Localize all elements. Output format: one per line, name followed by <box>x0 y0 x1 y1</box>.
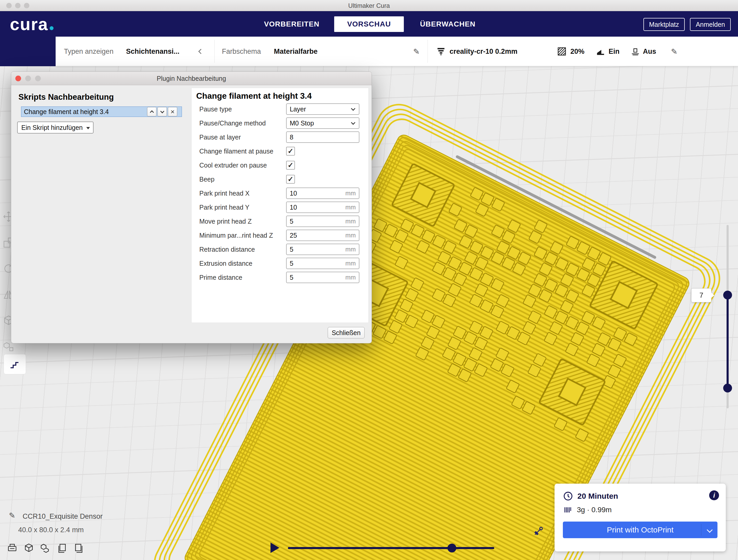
prime-distance-label: Prime distance <box>192 274 286 281</box>
cura-logo: cura <box>10 14 53 34</box>
tab-ueberwachen[interactable]: ÜBERWACHEN <box>418 16 478 32</box>
color-scheme-label: Farbschema <box>222 47 261 55</box>
edit-settings-pencil-icon[interactable]: ✎ <box>671 47 678 56</box>
unit-label: mm <box>345 218 359 225</box>
chevron-down-icon <box>351 120 355 125</box>
infill-value: 20% <box>571 47 585 55</box>
change-filament-at-pause-label: Change filament at pause <box>192 147 286 155</box>
tab-vorbereiten[interactable]: VORBEREITEN <box>260 16 324 32</box>
park-print-head-y-value: 10 <box>287 204 345 211</box>
object-cube-icon[interactable] <box>23 543 34 554</box>
move-script-up-button[interactable] <box>147 107 156 116</box>
checkmark-icon: ✓ <box>288 162 294 169</box>
rename-pencil-icon[interactable]: ✎ <box>9 511 15 520</box>
pause-change-method-select[interactable]: M0 Stop <box>286 117 359 129</box>
park-print-head-x-value: 10 <box>287 189 345 197</box>
cool-extruder-on-pause-checkbox[interactable]: ✓ <box>286 161 295 170</box>
setting-row: Move print head Z5mm <box>192 214 368 228</box>
pause-at-layer-input[interactable]: 8 <box>286 131 359 143</box>
script-settings-panel: Change filament at height 3.4 Pause type… <box>191 88 369 323</box>
add-script-button[interactable]: Ein Skript hinzufügen <box>17 121 93 133</box>
minimize-icon[interactable] <box>25 76 31 81</box>
setting-row: Minimum par...rint head Z25mm <box>192 228 368 242</box>
minimum-par-rint-head-z-input[interactable]: 25mm <box>286 229 359 241</box>
unit-label: mm <box>345 204 359 211</box>
chevron-down-icon <box>160 109 164 113</box>
tab-vorschau[interactable]: VORSCHAU <box>334 16 404 32</box>
adhesion-icon <box>631 47 640 56</box>
layer-steps-button[interactable] <box>4 354 26 374</box>
object-group-icon[interactable] <box>40 543 51 554</box>
play-icon[interactable] <box>271 543 279 553</box>
window-title: Ultimaker Cura <box>0 0 738 11</box>
time-estimate: 20 Minuten <box>578 492 618 501</box>
path-slider-handle[interactable] <box>447 544 456 552</box>
layer-slider-range[interactable] <box>727 295 729 388</box>
park-print-head-y-input[interactable]: 10mm <box>286 201 359 213</box>
dialog-title: Plugin Nachbearbeitung <box>11 72 372 85</box>
setting-row: Prime distance5mm <box>192 270 368 285</box>
path-slider-track[interactable] <box>288 547 494 549</box>
chevron-left-icon[interactable] <box>198 49 204 54</box>
minimum-par-rint-head-z-value: 25 <box>287 232 345 239</box>
close-icon[interactable] <box>15 76 21 81</box>
park-print-head-y-label: Park print head Y <box>192 204 286 211</box>
chevron-down-icon <box>351 106 355 111</box>
scripts-heading: Skripts Nachbearbeitung <box>18 92 114 102</box>
move-print-head-z-value: 5 <box>287 218 345 225</box>
layer-steps-icon <box>9 359 21 369</box>
view-type-label: Typen anzeigen <box>64 47 113 55</box>
zoom-icon[interactable] <box>35 76 41 81</box>
tools-icon[interactable] <box>533 526 543 536</box>
clock-icon <box>563 491 573 501</box>
extrusion-distance-input[interactable]: 5mm <box>286 258 359 269</box>
print-with-octoprint-button[interactable]: Print with OctoPrint <box>563 522 717 538</box>
chevron-down-icon[interactable] <box>707 527 713 533</box>
park-print-head-x-input[interactable]: 10mm <box>286 187 359 199</box>
pause-at-layer-label: Pause at layer <box>192 133 286 141</box>
pause-at-layer-value: 8 <box>287 133 359 141</box>
setting-row: Park print head Y10mm <box>192 200 368 214</box>
close-dialog-button[interactable]: Schließen <box>328 327 365 339</box>
settings-form: Pause typeLayerPause/Change methodM0 Sto… <box>192 102 368 285</box>
print-summary-card: 20 Minuten i 3g · 0.99m Print with OctoP… <box>555 484 726 551</box>
layer-slider-lower-handle[interactable] <box>723 384 732 393</box>
retraction-distance-input[interactable]: 5mm <box>286 243 359 255</box>
macos-titlebar: Ultimaker Cura <box>0 0 738 11</box>
move-print-head-z-input[interactable]: 5mm <box>286 215 359 227</box>
cool-extruder-on-pause-label: Cool extruder on pause <box>192 161 286 169</box>
pause-change-method-label: Pause/Change method <box>192 119 286 127</box>
setting-row: Cool extruder on pause✓ <box>192 158 368 172</box>
dialog-titlebar[interactable]: Plugin Nachbearbeitung <box>11 72 372 85</box>
info-icon[interactable]: i <box>709 490 719 500</box>
signin-button[interactable]: Anmelden <box>690 18 731 31</box>
stage-toolbar: Typen anzeigen Schichtenansi... Farbsche… <box>56 37 738 66</box>
move-script-down-button[interactable] <box>157 107 167 116</box>
color-scheme-dropdown[interactable]: Materialfarbe <box>274 47 318 55</box>
move-print-head-z-label: Move print head Z <box>192 218 286 225</box>
printer-profile-button[interactable]: creality-cr-10 0.2mm <box>449 47 517 55</box>
change-filament-at-pause-checkbox[interactable]: ✓ <box>286 147 295 155</box>
retraction-distance-value: 5 <box>287 246 345 253</box>
beep-checkbox[interactable]: ✓ <box>286 175 295 184</box>
setting-row: Extrusion distance5mm <box>192 256 368 270</box>
copy-sheet-icon[interactable] <box>57 543 68 554</box>
retraction-distance-label: Retraction distance <box>192 246 286 253</box>
remove-script-button[interactable]: × <box>168 107 177 116</box>
pause-type-label: Pause type <box>192 105 286 113</box>
prime-distance-input[interactable]: 5mm <box>286 272 359 283</box>
layer-slider-upper-handle[interactable] <box>723 291 732 300</box>
layer-indicator-flag: 7 <box>691 288 712 302</box>
printer-status-icon[interactable] <box>7 543 18 554</box>
view-type-dropdown[interactable]: Schichtenansi... <box>126 47 179 55</box>
infill-icon <box>557 46 567 56</box>
park-print-head-x-label: Park print head X <box>192 189 286 197</box>
pause-type-select[interactable]: Layer <box>286 103 359 115</box>
model-dimensions: 40.0 x 80.0 x 2.4 mm <box>18 526 84 534</box>
edit-pencil-icon[interactable]: ✎ <box>413 47 420 56</box>
copy-sheet-alt-icon[interactable] <box>73 543 84 554</box>
button-divider <box>701 524 701 536</box>
prime-distance-value: 5 <box>287 274 345 281</box>
minimum-par-rint-head-z-label: Minimum par...rint head Z <box>192 232 286 239</box>
marketplace-button[interactable]: Marktplatz <box>643 18 685 31</box>
